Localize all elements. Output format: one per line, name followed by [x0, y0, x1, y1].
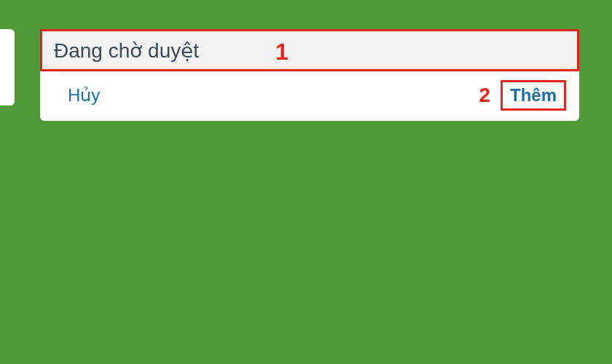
cancel-button[interactable]: Hủy — [68, 85, 100, 106]
add-button-group: 2 Thêm — [479, 80, 566, 111]
add-button[interactable]: Thêm — [501, 80, 566, 111]
status-text-input[interactable] — [54, 39, 565, 62]
dialog-card: 1 Hủy 2 Thêm — [40, 29, 579, 121]
annotation-step-2: 2 — [479, 84, 490, 107]
actions-row: Hủy 2 Thêm — [40, 71, 579, 121]
input-container: 1 — [40, 29, 579, 71]
adjacent-card-edge — [0, 29, 15, 106]
